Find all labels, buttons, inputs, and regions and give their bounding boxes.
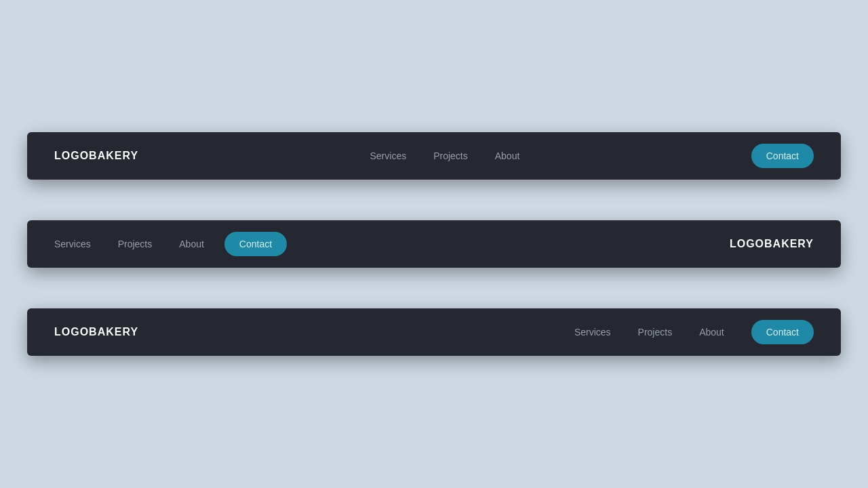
nav-item-projects-2[interactable]: Projects	[118, 238, 153, 250]
nav-item-projects-1[interactable]: Projects	[433, 150, 468, 162]
logo-1: LOGOBAKERY	[54, 150, 138, 162]
nav-right-1: Contact	[751, 144, 814, 168]
nav-item-services-3[interactable]: Services	[574, 326, 611, 338]
about-link-3[interactable]: About	[699, 327, 724, 338]
projects-link-1[interactable]: Projects	[433, 150, 468, 161]
contact-button-3[interactable]: Contact	[751, 320, 814, 344]
nav-item-services-1[interactable]: Services	[370, 150, 406, 162]
services-link-1[interactable]: Services	[370, 150, 406, 161]
logo-3: LOGOBAKERY	[54, 326, 138, 338]
projects-link-3[interactable]: Projects	[638, 327, 673, 338]
nav-links-2: Services Projects About	[54, 238, 204, 250]
nav-center-1: Services Projects About	[138, 150, 751, 162]
services-link-2[interactable]: Services	[54, 239, 91, 249]
nav-item-about-2[interactable]: About	[179, 238, 204, 250]
services-link-3[interactable]: Services	[574, 327, 611, 338]
nav-links-3: Services Projects About	[574, 326, 724, 338]
nav-item-projects-3[interactable]: Projects	[638, 326, 673, 338]
nav-links-1: Services Projects About	[370, 150, 519, 162]
nav-item-services-2[interactable]: Services	[54, 238, 91, 250]
navbar-2: Services Projects About Contact LOGOBAKE…	[27, 220, 841, 268]
navbar-3: LOGOBAKERY Services Projects About Conta…	[27, 308, 841, 356]
nav-right-2: LOGOBAKERY	[287, 238, 814, 250]
nav-item-about-3[interactable]: About	[699, 326, 724, 338]
contact-button-1[interactable]: Contact	[751, 144, 814, 168]
navbar-1: LOGOBAKERY Services Projects About Conta…	[27, 132, 841, 180]
nav-item-about-1[interactable]: About	[495, 150, 520, 162]
about-link-1[interactable]: About	[495, 150, 520, 161]
contact-button-2[interactable]: Contact	[224, 232, 287, 256]
about-link-2[interactable]: About	[179, 239, 204, 249]
nav-left-2: Services Projects About Contact	[54, 232, 287, 256]
logo-2: LOGOBAKERY	[730, 238, 814, 250]
projects-link-2[interactable]: Projects	[118, 239, 153, 249]
nav-right-3: Services Projects About Contact	[138, 320, 814, 344]
